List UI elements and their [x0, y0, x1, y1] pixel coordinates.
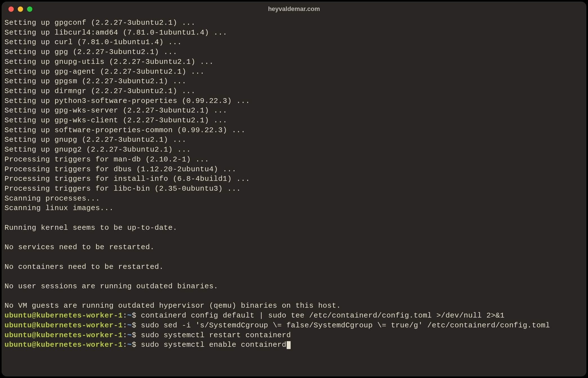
- close-icon[interactable]: [8, 6, 14, 12]
- prompt-sep: :: [123, 341, 127, 349]
- terminal-output-line: Setting up curl (7.81.0-1ubuntu1.4) ...: [5, 37, 583, 47]
- terminal-window: heyvaldemar.com Setting up gpgconf (2.2.…: [2, 2, 586, 376]
- terminal-output-line: Setting up gpg-wks-server (2.2.27-3ubunt…: [5, 106, 583, 116]
- terminal-output-line: Setting up gpgsm (2.2.27-3ubuntu2.1) ...: [5, 76, 583, 86]
- prompt-symbol: $: [132, 321, 141, 330]
- terminal-output-line: Setting up dirmngr (2.2.27-3ubuntu2.1) .…: [5, 86, 583, 96]
- terminal-command: containerd config default | sudo tee /et…: [141, 311, 505, 320]
- terminal-output-line: [5, 291, 583, 301]
- terminal-output-line: [5, 252, 583, 262]
- terminal-output-line: Processing triggers for dbus (1.12.20-2u…: [5, 165, 583, 174]
- terminal-prompt-line: ubuntu@kubernetes-worker-1:~$ containerd…: [5, 311, 583, 321]
- terminal-prompt-line: ubuntu@kubernetes-worker-1:~$ sudo syste…: [5, 340, 583, 350]
- terminal-output-line: Setting up python3-software-properties (…: [5, 96, 583, 106]
- prompt-path: ~: [127, 311, 132, 320]
- prompt-sep: :: [123, 311, 127, 320]
- terminal-output-line: Scanning linux images...: [5, 203, 583, 213]
- terminal-output-line: Setting up gpg-wks-client (2.2.27-3ubunt…: [5, 116, 583, 125]
- terminal-output-line: [5, 213, 583, 223]
- terminal-output-line: Setting up gnupg2 (2.2.27-3ubuntu2.1) ..…: [5, 145, 583, 155]
- prompt-path: ~: [127, 331, 132, 339]
- terminal-command: sudo systemctl enable containerd: [141, 341, 286, 349]
- terminal-prompt-line: ubuntu@kubernetes-worker-1:~$ sudo sed -…: [5, 321, 583, 330]
- terminal-output-line: No services need to be restarted.: [5, 242, 583, 252]
- terminal-output-line: No containers need to be restarted.: [5, 262, 583, 272]
- prompt-symbol: $: [132, 311, 141, 320]
- prompt-sep: :: [123, 331, 127, 339]
- terminal-output-line: Setting up software-properties-common (0…: [5, 125, 583, 135]
- terminal-output-line: No VM guests are running outdated hyperv…: [5, 301, 583, 311]
- window-title: heyvaldemar.com: [2, 5, 586, 13]
- prompt-user-host: ubuntu@kubernetes-worker-1: [5, 321, 123, 330]
- terminal-output-line: Setting up gpg (2.2.27-3ubuntu2.1) ...: [5, 47, 583, 57]
- titlebar: heyvaldemar.com: [2, 2, 586, 16]
- traffic-lights: [8, 6, 32, 12]
- terminal-output-line: Setting up gpg-agent (2.2.27-3ubuntu2.1)…: [5, 67, 583, 77]
- prompt-user-host: ubuntu@kubernetes-worker-1: [5, 341, 123, 349]
- terminal-output-line: Processing triggers for man-db (2.10.2-1…: [5, 155, 583, 165]
- terminal-output-line: Setting up gnupg-utils (2.2.27-3ubuntu2.…: [5, 57, 583, 67]
- prompt-user-host: ubuntu@kubernetes-worker-1: [5, 331, 123, 339]
- terminal-output-line: [5, 272, 583, 282]
- terminal-output-line: Running kernel seems to be up-to-date.: [5, 223, 583, 233]
- terminal-output-line: Processing triggers for libc-bin (2.35-0…: [5, 184, 583, 194]
- terminal-output-line: [5, 233, 583, 242]
- terminal-body[interactable]: Setting up gpgconf (2.2.27-3ubuntu2.1) .…: [2, 16, 586, 376]
- prompt-path: ~: [127, 341, 132, 349]
- terminal-command: sudo systemctl restart containerd: [141, 331, 291, 339]
- maximize-icon[interactable]: [27, 6, 32, 12]
- prompt-user-host: ubuntu@kubernetes-worker-1: [5, 311, 123, 320]
- prompt-sep: :: [123, 321, 127, 330]
- terminal-output-line: Setting up gpgconf (2.2.27-3ubuntu2.1) .…: [5, 18, 583, 28]
- prompt-symbol: $: [132, 331, 141, 339]
- terminal-output-line: Setting up libcurl4:amd64 (7.81.0-1ubunt…: [5, 28, 583, 38]
- terminal-output-line: No user sessions are running outdated bi…: [5, 282, 583, 291]
- terminal-output-line: Setting up gnupg (2.2.27-3ubuntu2.1) ...: [5, 135, 583, 145]
- prompt-path: ~: [127, 321, 132, 330]
- cursor-icon: [287, 341, 291, 349]
- terminal-command: sudo sed -i 's/SystemdCgroup \= false/Sy…: [141, 321, 550, 330]
- terminal-output-line: Processing triggers for install-info (6.…: [5, 174, 583, 184]
- terminal-prompt-line: ubuntu@kubernetes-worker-1:~$ sudo syste…: [5, 330, 583, 340]
- minimize-icon[interactable]: [18, 6, 23, 12]
- terminal-output-line: Scanning processes...: [5, 194, 583, 204]
- prompt-symbol: $: [132, 341, 141, 349]
